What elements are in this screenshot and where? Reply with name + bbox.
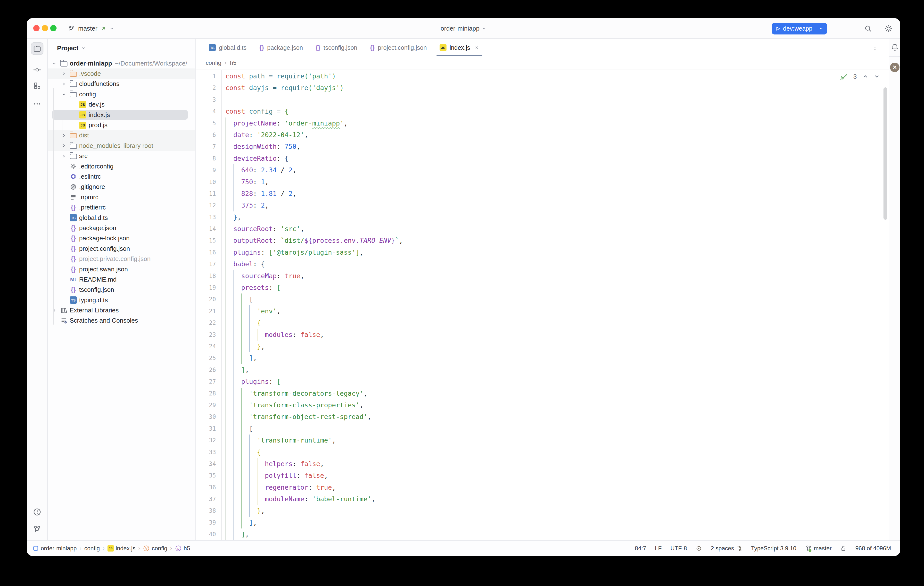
tree-item-.editorconfig[interactable]: .editorconfig	[48, 161, 195, 171]
tree-item-global.d.ts[interactable]: TSglobal.d.ts	[48, 213, 195, 223]
close-window-button[interactable]	[33, 25, 40, 31]
tab-options-button[interactable]	[872, 39, 878, 56]
editor-gutter[interactable]: 1234567891011121314151617181920212223242…	[196, 70, 216, 540]
tab-global.d.ts[interactable]: TSglobal.d.ts	[202, 39, 253, 56]
notifications-button[interactable]	[891, 43, 899, 53]
prev-problem-icon[interactable]	[862, 73, 868, 79]
tree-item-dist[interactable]: dist	[48, 130, 195, 141]
inspections-widget[interactable]: 3	[840, 72, 880, 81]
user-avatar[interactable]: ✕	[890, 63, 899, 72]
chevron-collapsed-icon[interactable]	[52, 308, 57, 313]
tab-index.js[interactable]: JSindex.js	[433, 39, 486, 56]
chevron-collapsed-icon[interactable]	[61, 143, 66, 148]
tab-project.config.json[interactable]: {}project.config.json	[363, 39, 433, 56]
minimize-window-button[interactable]	[42, 25, 48, 31]
caret-position[interactable]: 84:7	[635, 545, 646, 552]
tree-item-index.js[interactable]: JSindex.js	[48, 110, 195, 120]
status-path-config[interactable]: config	[84, 545, 100, 552]
settings-button[interactable]	[884, 24, 893, 33]
json-file-icon: {}	[71, 286, 76, 293]
tree-item-tsconfig.json[interactable]: {}tsconfig.json	[48, 285, 195, 295]
json-file-icon: {}	[71, 266, 76, 273]
structure-tool-button[interactable]	[31, 79, 43, 92]
tree-item-External-Libraries[interactable]: External Libraries	[48, 305, 195, 315]
chevron-expanded-icon[interactable]	[52, 61, 57, 66]
tab-tsconfig.json[interactable]: {}tsconfig.json	[309, 39, 363, 56]
tab-close-button[interactable]	[474, 45, 480, 50]
code-token	[245, 108, 249, 115]
javascript-file-icon: JS	[440, 44, 447, 51]
tree-item-cloudfunctions[interactable]: cloudfunctions	[48, 79, 195, 89]
tree-item-src[interactable]: src	[48, 151, 195, 161]
project-title-widget[interactable]: order-miniapp	[27, 18, 900, 39]
tree-item-README.md[interactable]: M↓README.md	[48, 274, 195, 285]
status-path-index.js[interactable]: JSindex.js	[107, 545, 135, 552]
more-tool-windows-button[interactable]	[31, 98, 43, 110]
code-token: ,	[363, 390, 367, 397]
commit-tool-button[interactable]	[31, 64, 43, 76]
tree-item-typing.d.ts[interactable]: TStyping.d.ts	[48, 295, 195, 305]
next-problem-icon[interactable]	[874, 73, 880, 79]
write-access-button[interactable]	[840, 545, 846, 551]
variable-icon	[143, 545, 150, 552]
status-path-order-miniapp[interactable]: order-miniapp	[33, 545, 77, 552]
code-token: require	[277, 72, 304, 80]
tree-item-dev.js[interactable]: JSdev.js	[48, 99, 195, 110]
tree-icon-slot: JS	[78, 101, 87, 108]
tree-item-package.json[interactable]: {}package.json	[48, 223, 195, 233]
code-editor[interactable]: 1234567891011121314151617181920212223242…	[196, 70, 889, 540]
tree-item-.gitignore[interactable]: .gitignore	[48, 182, 195, 192]
problems-tool-button[interactable]	[31, 506, 43, 518]
tab-package.json[interactable]: {}package.json	[253, 39, 309, 56]
file-encoding[interactable]: UTF-8	[670, 545, 687, 552]
tree-item-project.private.config.json[interactable]: {}project.private.config.json	[48, 254, 195, 264]
chevron-collapsed-icon[interactable]	[61, 81, 66, 87]
memory-indicator[interactable]: 968 of 4096M	[855, 545, 891, 552]
tree-item-suffix: ~/Documents/Workspace/	[115, 60, 187, 67]
tree-item-package-lock.json[interactable]: {}package-lock.json	[48, 233, 195, 243]
project-tool-button[interactable]	[31, 42, 43, 55]
tree-item-order-miniapp[interactable]: order-miniapp~/Documents/Workspace/	[48, 58, 195, 68]
project-panel-header[interactable]: Project	[48, 39, 86, 57]
chevron-collapsed-icon[interactable]	[61, 154, 66, 159]
tree-item-project.config.json[interactable]: {}project.config.json	[48, 243, 195, 254]
tree-item-project.swan.json[interactable]: {}project.swan.json	[48, 264, 195, 274]
chevron-collapsed-icon[interactable]	[61, 71, 66, 76]
highlighting-level-button[interactable]	[696, 545, 702, 551]
line-separator[interactable]: LF	[655, 545, 662, 552]
tree-item-.npmrc[interactable]: .npmrc	[48, 192, 195, 202]
status-path-config[interactable]: config	[143, 545, 167, 552]
chevron-expanded-icon[interactable]	[61, 91, 66, 97]
json-file-icon: {}	[71, 225, 76, 231]
search-everywhere-button[interactable]	[863, 24, 873, 33]
git-branch-widget[interactable]: master	[805, 545, 832, 552]
tree-item-config[interactable]: config	[48, 89, 195, 99]
tree-item-.eslintrc[interactable]: .eslintrc	[48, 171, 195, 182]
breadcrumb-item[interactable]: h5	[230, 60, 236, 66]
editor-scrollbar[interactable]	[883, 88, 888, 220]
tree-item-.vscode[interactable]: .vscode	[48, 68, 195, 79]
version-control-tool-button[interactable]	[31, 523, 43, 536]
file-type-widget[interactable]: TypeScript 3.9.10	[751, 545, 796, 552]
tree-item-label: config	[79, 91, 96, 98]
run-chevron-down-icon[interactable]	[819, 26, 823, 31]
javascript-file-icon: JS	[79, 122, 86, 129]
zoom-window-button[interactable]	[50, 25, 56, 31]
run-button[interactable]: dev:weapp	[772, 23, 827, 35]
breadcrumb-item[interactable]: config	[206, 60, 221, 66]
code-token: {	[257, 449, 261, 456]
indent-guide	[225, 505, 226, 516]
status-path-h5[interactable]: ph5	[175, 545, 190, 552]
tree-item-.prettierrc[interactable]: {}.prettierrc	[48, 202, 195, 212]
tree-item-node-modules[interactable]: node_moduleslibrary root	[48, 141, 195, 151]
tree-icon-slot	[68, 153, 78, 159]
line-number: 36	[196, 482, 216, 493]
vcs-branch-widget[interactable]: master	[68, 18, 114, 39]
tree-item-Scratches-and-Consoles[interactable]: Scratches and Consoles	[48, 316, 195, 326]
code-line-17: babel: {	[225, 258, 889, 270]
tree-item-prod.js[interactable]: JSprod.js	[48, 120, 195, 130]
inspections-ok-icon	[840, 72, 848, 81]
chevron-collapsed-icon[interactable]	[61, 133, 66, 138]
line-number: 17	[196, 258, 216, 270]
indent-style-button[interactable]: 2 spaces	[711, 545, 742, 552]
